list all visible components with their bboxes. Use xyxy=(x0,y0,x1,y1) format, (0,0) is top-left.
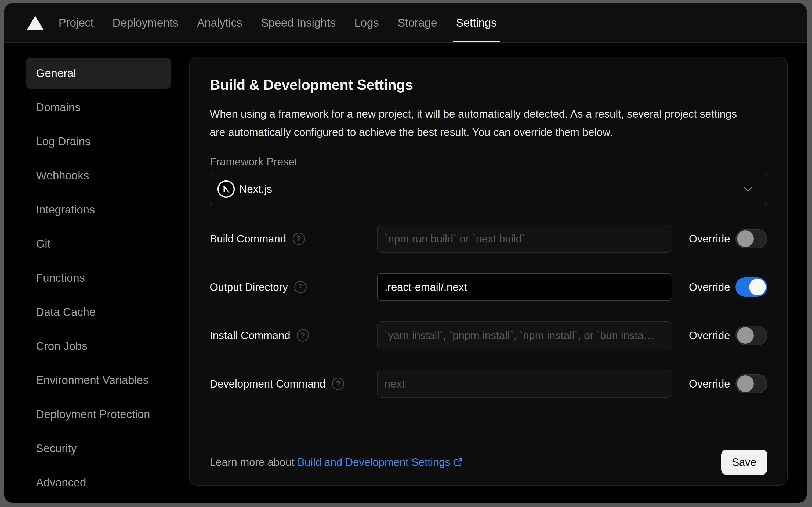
build-settings-body: Build & Development Settings When using … xyxy=(190,57,787,439)
output-directory-input[interactable] xyxy=(377,273,673,301)
vercel-logo-icon[interactable] xyxy=(27,16,44,30)
page-description: When using a framework for a new project… xyxy=(210,105,747,141)
sidebar-item-functions[interactable]: Functions xyxy=(26,262,171,293)
top-nav: Project Deployments Analytics Speed Insi… xyxy=(4,3,807,43)
install-command-row: Install Command ? Override xyxy=(210,322,767,349)
output-directory-override-toggle[interactable] xyxy=(736,277,767,297)
nav-tabs: Project Deployments Analytics Speed Insi… xyxy=(59,3,497,43)
sidebar-item-security[interactable]: Security xyxy=(26,433,171,464)
build-command-input[interactable] xyxy=(377,225,673,253)
tab-speed-insights[interactable]: Speed Insights xyxy=(261,3,336,43)
install-command-input[interactable] xyxy=(377,322,673,349)
tab-settings[interactable]: Settings xyxy=(456,3,497,43)
development-command-label: Development Command xyxy=(210,378,326,390)
override-label: Override xyxy=(689,330,730,342)
command-rows: Build Command ? Override Output Director… xyxy=(210,225,767,398)
output-directory-row: Output Directory ? Override xyxy=(210,273,767,301)
build-settings-docs-link[interactable]: Build and Development Settings xyxy=(297,456,463,468)
toggle-knob xyxy=(737,327,754,344)
sidebar-item-advanced[interactable]: Advanced xyxy=(26,467,171,498)
settings-sidebar: General Domains Log Drains Webhooks Inte… xyxy=(26,58,171,501)
sidebar-item-deployment-protection[interactable]: Deployment Protection xyxy=(26,399,171,430)
tab-project[interactable]: Project xyxy=(59,3,94,43)
override-label: Override xyxy=(689,281,730,293)
page-title: Build & Development Settings xyxy=(210,76,767,93)
build-command-row: Build Command ? Override xyxy=(210,225,767,253)
app-window: Project Deployments Analytics Speed Insi… xyxy=(4,3,807,503)
toggle-knob xyxy=(737,230,754,247)
sidebar-item-environment-variables[interactable]: Environment Variables xyxy=(26,365,171,396)
build-command-override-toggle[interactable] xyxy=(736,229,767,248)
framework-preset-select[interactable]: Next.js xyxy=(210,173,767,206)
card-footer: Learn more about Build and Development S… xyxy=(190,439,787,485)
framework-preset-value: Next.js xyxy=(239,183,272,195)
install-command-label: Install Command xyxy=(210,330,290,342)
external-link-icon xyxy=(453,457,463,467)
override-label: Override xyxy=(689,233,730,245)
tab-analytics[interactable]: Analytics xyxy=(197,3,242,43)
sidebar-item-webhooks[interactable]: Webhooks xyxy=(26,160,171,191)
help-icon[interactable]: ? xyxy=(294,281,307,293)
build-settings-card: Build & Development Settings When using … xyxy=(189,57,788,486)
sidebar-item-general[interactable]: General xyxy=(26,58,171,89)
sidebar-item-log-drains[interactable]: Log Drains xyxy=(26,126,171,157)
help-icon[interactable]: ? xyxy=(293,233,305,245)
development-command-input[interactable] xyxy=(377,370,673,398)
tab-deployments[interactable]: Deployments xyxy=(113,3,178,43)
tab-storage[interactable]: Storage xyxy=(398,3,437,43)
output-directory-label: Output Directory xyxy=(210,281,288,293)
framework-preset-label: Framework Preset xyxy=(210,156,767,168)
sidebar-item-cron-jobs[interactable]: Cron Jobs xyxy=(26,331,171,361)
sidebar-item-git[interactable]: Git xyxy=(26,228,171,259)
development-command-override-toggle[interactable] xyxy=(736,374,767,393)
override-label: Override xyxy=(689,378,730,390)
settings-page: General Domains Log Drains Webhooks Inte… xyxy=(4,43,807,502)
install-command-override-toggle[interactable] xyxy=(736,326,767,345)
active-tab-underline xyxy=(453,41,500,43)
save-button[interactable]: Save xyxy=(721,450,767,475)
sidebar-item-integrations[interactable]: Integrations xyxy=(26,194,171,225)
sidebar-item-domains[interactable]: Domains xyxy=(26,92,171,123)
development-command-row: Development Command ? Override xyxy=(210,370,767,398)
chevron-down-icon xyxy=(744,186,753,192)
build-command-label: Build Command xyxy=(210,233,286,245)
learn-more-text: Learn more about Build and Development S… xyxy=(210,456,463,468)
sidebar-item-data-cache[interactable]: Data Cache xyxy=(26,296,171,327)
toggle-knob xyxy=(737,376,754,392)
tab-logs[interactable]: Logs xyxy=(354,3,379,43)
nextjs-logo-icon xyxy=(217,180,235,198)
help-icon[interactable]: ? xyxy=(332,378,344,390)
help-icon[interactable]: ? xyxy=(297,329,309,342)
toggle-knob xyxy=(749,279,766,295)
